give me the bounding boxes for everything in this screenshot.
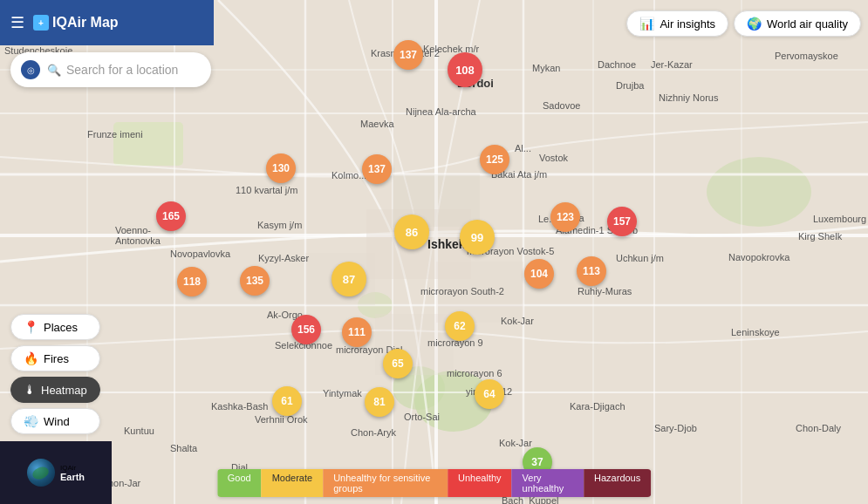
logo-text: IQAir Map (52, 15, 119, 31)
aqi-marker-165[interactable]: 165 (156, 201, 186, 231)
legend-unhealthy: Unhealthy (448, 469, 512, 497)
legend: Good Moderate Unhealthy for sensitive gr… (217, 469, 652, 497)
aqi-marker-65[interactable]: 65 (383, 349, 413, 378)
wind-label: Wind (44, 415, 70, 428)
svg-rect-3 (113, 122, 183, 166)
fires-label: Fires (44, 352, 69, 365)
svg-rect-23 (436, 262, 523, 323)
legend-hazardous: Hazardous (584, 469, 651, 497)
air-insights-icon: 📊 (639, 17, 654, 31)
search-icon: 🔍 (47, 64, 61, 77)
aqi-marker-111[interactable]: 111 (342, 317, 372, 347)
aqi-marker-104[interactable]: 104 (524, 259, 554, 289)
legend-good: Good (217, 469, 262, 497)
aqi-marker-123[interactable]: 123 (550, 202, 580, 232)
world-air-quality-button[interactable]: 🌍 World air quality (734, 10, 861, 37)
aqi-marker-130[interactable]: 130 (266, 153, 296, 183)
legend-unhealthy-sensitive: Unhealthy for sensitive groups (323, 469, 448, 497)
heatmap-label: Heatmap (41, 384, 87, 397)
places-button[interactable]: 📍 Places (10, 314, 100, 340)
aqi-marker-61[interactable]: 61 (272, 386, 302, 416)
top-buttons: 📊 Air insights 🌍 World air quality (626, 10, 861, 37)
aqi-marker-86[interactable]: 86 (394, 215, 429, 249)
logo-icon: + (33, 15, 49, 31)
wind-button[interactable]: 💨 Wind (10, 408, 100, 434)
heatmap-icon: 🌡 (24, 383, 36, 397)
legend-moderate: Moderate (262, 469, 323, 497)
map-controls: 📍 Places 🔥 Fires 🌡 Heatmap 💨 Wind (10, 314, 100, 434)
world-icon: 🌍 (747, 17, 762, 31)
earth-text-prefix: IQAir (60, 464, 85, 472)
aqi-marker-118[interactable]: 118 (177, 267, 207, 296)
world-air-quality-label: World air quality (767, 17, 848, 31)
fires-button[interactable]: 🔥 Fires (10, 345, 100, 371)
logo: + IQAir Map (33, 15, 119, 31)
location-icon: ◎ (21, 60, 40, 79)
heatmap-button[interactable]: 🌡 Heatmap (10, 377, 100, 403)
aqi-marker-125[interactable]: 125 (480, 145, 509, 174)
aqi-marker-64[interactable]: 64 (475, 379, 504, 409)
earth-logo[interactable]: IQAir Earth (0, 441, 112, 504)
search-bar[interactable]: ◎ 🔍 Search for a location (10, 52, 211, 87)
aqi-marker-156[interactable]: 156 (291, 315, 321, 344)
wind-icon: 💨 (24, 414, 38, 428)
aqi-marker-62[interactable]: 62 (445, 311, 475, 341)
map[interactable]: Leshoe Studencheskoie Frunze imeni Krasn… (0, 0, 868, 504)
aqi-marker-99[interactable]: 99 (460, 220, 495, 255)
earth-text: IQAir Earth (60, 464, 85, 482)
aqi-marker-157[interactable]: 157 (607, 207, 637, 236)
search-placeholder: Search for a location (66, 63, 178, 77)
header: ☰ + IQAir Map (0, 0, 214, 45)
aqi-marker-137-1[interactable]: 137 (393, 40, 423, 70)
fires-icon: 🔥 (24, 351, 38, 365)
earth-text-name: Earth (60, 472, 85, 482)
aqi-marker-135[interactable]: 135 (240, 266, 270, 296)
legend-very-unhealthy: Very unhealthy (512, 469, 584, 497)
aqi-marker-81[interactable]: 81 (365, 387, 394, 417)
aqi-marker-108[interactable]: 108 (448, 52, 482, 87)
aqi-marker-113[interactable]: 113 (577, 256, 606, 286)
aqi-marker-87[interactable]: 87 (331, 262, 366, 296)
menu-button[interactable]: ☰ (10, 13, 24, 32)
places-label: Places (44, 321, 78, 334)
aqi-marker-137-2[interactable]: 137 (362, 154, 392, 184)
air-insights-button[interactable]: 📊 Air insights (626, 10, 728, 37)
earth-globe-icon (27, 459, 55, 487)
places-icon: 📍 (24, 320, 38, 334)
svg-point-4 (707, 157, 811, 227)
air-insights-label: Air insights (660, 17, 715, 31)
